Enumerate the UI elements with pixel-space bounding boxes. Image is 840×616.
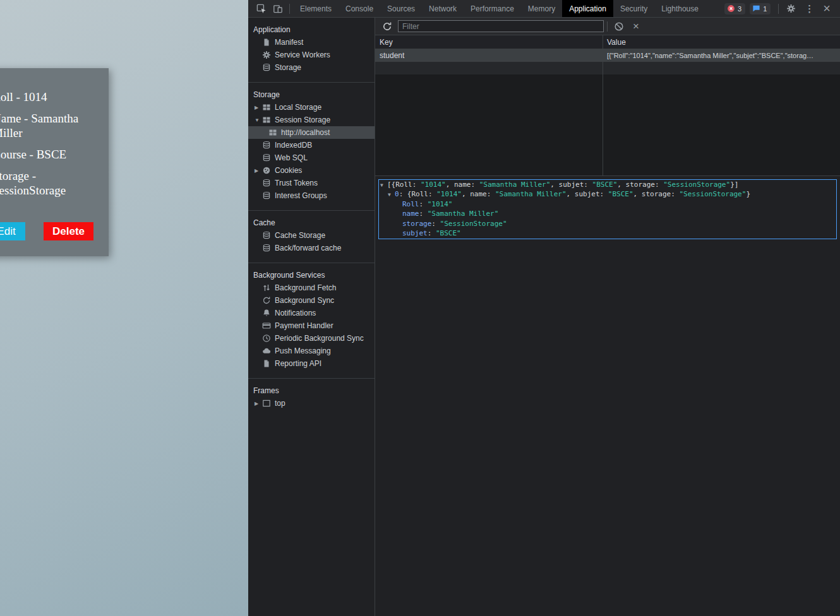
inspect-element-icon[interactable] (256, 4, 267, 14)
preview-tree-line[interactable]: name: "Samantha Miller" (379, 210, 836, 219)
sidebar-item-top[interactable]: ▶top (248, 397, 375, 410)
sidebar-item-manifest[interactable]: Manifest (248, 36, 375, 49)
table-icon (268, 128, 277, 137)
sidebar-section-frames: Frames▶top (248, 379, 375, 418)
preview-tree-line[interactable]: storage: "SessionStorage" (379, 220, 836, 229)
preview-text: , storage: (617, 181, 663, 189)
sidebar-item-back-forward-cache[interactable]: Back/forward cache (248, 242, 375, 254)
tab-memory[interactable]: Memory (521, 0, 562, 17)
sidebar-item-reporting-api[interactable]: Reporting API (248, 357, 375, 370)
sidebar-section-storage: Storage▶Local Storage▼Session Storagehtt… (248, 83, 375, 211)
database-icon (262, 231, 271, 240)
filter-input[interactable] (398, 20, 604, 32)
sidebar-item-cookies[interactable]: ▶Cookies (248, 164, 375, 177)
tab-performance[interactable]: Performance (464, 0, 521, 17)
student-card: Roll - 1014Name - Samantha MillerCourse … (0, 68, 109, 256)
sidebar-item-trust-tokens[interactable]: Trust Tokens (248, 177, 375, 189)
property-key: 0 (395, 190, 399, 198)
cloud-icon (262, 346, 271, 355)
column-header-value[interactable]: Value (603, 38, 840, 47)
issues-badge[interactable]: 1 (750, 3, 771, 15)
sidebar-item-cache-storage[interactable]: Cache Storage (248, 229, 375, 242)
property-value: "SessionStorage" (679, 190, 746, 198)
table-icon (262, 116, 271, 124)
triangle-right-icon[interactable]: ▶ (255, 168, 262, 174)
issue-count: 1 (763, 5, 767, 13)
sidebar-section-background-services: Background ServicesBackground FetchBackg… (248, 263, 375, 379)
tab-elements[interactable]: Elements (293, 0, 339, 17)
student-field: Roll - 1014 (0, 90, 101, 104)
settings-gear-icon[interactable] (786, 4, 796, 13)
column-header-key[interactable]: Key (375, 38, 603, 47)
sidebar-item-storage[interactable]: Storage (248, 61, 375, 74)
preview-tree-line[interactable]: ▼[{Roll: "1014", name: "Samantha Miller"… (379, 181, 836, 190)
preview-text: : (419, 210, 428, 218)
screen: Roll - 1014Name - Samantha MillerCourse … (0, 0, 840, 616)
property-value: "Samantha Miller" (495, 190, 567, 198)
sidebar-item-session-storage[interactable]: ▼Session Storage (248, 114, 375, 126)
property-value: "BSCE" (592, 181, 618, 189)
sidebar-section-cache: CacheCache StorageBack/forward cache (248, 211, 375, 263)
sidebar-item-background-sync[interactable]: Background Sync (248, 294, 375, 307)
storage-table: Key Value student[{"Roll":"1014","name":… (375, 35, 840, 175)
column-divider[interactable] (603, 35, 603, 175)
sidebar-item-periodic-background-sync[interactable]: Periodic Background Sync (248, 332, 375, 345)
webpage-background: Roll - 1014Name - Samantha MillerCourse … (0, 0, 248, 616)
clear-all-icon[interactable] (614, 21, 624, 32)
property-value: "Samantha Miller" (428, 210, 499, 218)
sidebar-item-service-workers[interactable]: Service Workers (248, 49, 375, 61)
tab-application[interactable]: Application (562, 0, 613, 17)
triangle-down-icon[interactable]: ▼ (255, 117, 262, 123)
tab-sources[interactable]: Sources (380, 0, 422, 17)
preview-text: , subjet: (567, 190, 608, 198)
database-icon (262, 153, 271, 162)
preview-pane[interactable]: ▼[{Roll: "1014", name: "Samantha Miller"… (378, 179, 837, 239)
devtools-tabbar-right: 3 1 ⋮ × (724, 1, 840, 16)
tab-network[interactable]: Network (422, 0, 464, 17)
close-icon[interactable]: × (823, 1, 831, 16)
tab-console[interactable]: Console (339, 0, 380, 17)
device-toolbar-icon[interactable] (273, 4, 283, 14)
triangle-right-icon[interactable]: ▶ (255, 105, 262, 110)
preview-text: , name: (446, 181, 479, 189)
sidebar-item-label: top (275, 399, 285, 408)
table-header: Key Value (375, 35, 840, 49)
tab-security[interactable]: Security (613, 0, 654, 17)
triangle-right-icon[interactable]: ▶ (255, 401, 262, 406)
sidebar-item-label: Back/forward cache (275, 244, 341, 252)
table-row[interactable]: student[{"Roll":"1014","name":"Samantha … (375, 49, 840, 62)
sidebar-item-label: Manifest (275, 38, 303, 47)
sidebar-item-http-localhost[interactable]: http://localhost (248, 126, 375, 139)
refresh-icon[interactable] (382, 21, 392, 32)
property-value: "1014" (436, 190, 462, 198)
sidebar-item-label: Notifications (275, 309, 316, 317)
sidebar-item-payment-handler[interactable]: Payment Handler (248, 319, 375, 332)
preview-tree-line[interactable]: subjet: "BSCE" (379, 229, 836, 239)
delete-button[interactable]: Delete (44, 222, 93, 240)
tab-lighthouse[interactable]: Lighthouse (654, 0, 705, 17)
sidebar-item-web-sql[interactable]: Web SQL (248, 151, 375, 164)
sidebar-item-local-storage[interactable]: ▶Local Storage (248, 101, 375, 114)
preview-tree-line[interactable]: Roll: "1014" (379, 200, 836, 210)
edit-button[interactable]: Edit (0, 222, 25, 240)
sidebar-item-push-messaging[interactable]: Push Messaging (248, 345, 375, 357)
property-value: "BSCE" (608, 190, 633, 198)
sidebar-item-background-fetch[interactable]: Background Fetch (248, 281, 375, 294)
database-icon (262, 244, 271, 252)
error-badge[interactable]: 3 (724, 3, 745, 15)
delete-selected-icon[interactable]: × (633, 20, 639, 33)
preview-tree-line[interactable]: ▼0: {Roll: "1014", name: "Samantha Mille… (379, 190, 836, 199)
sidebar-item-notifications[interactable]: Notifications (248, 307, 375, 319)
property-value: "SessionStorage" (440, 220, 507, 228)
sidebar-item-label: Background Fetch (275, 283, 336, 292)
toolbar-separator (289, 4, 290, 14)
sidebar-item-interest-groups[interactable]: Interest Groups (248, 189, 375, 202)
clock-icon (262, 334, 271, 343)
sidebar-item-indexeddb[interactable]: IndexedDB (248, 139, 375, 151)
gear-icon (262, 50, 271, 59)
payment-card-icon (262, 321, 271, 330)
triangle-down-icon[interactable]: ▼ (388, 192, 395, 198)
more-menu-icon[interactable]: ⋮ (805, 3, 814, 15)
triangle-down-icon[interactable]: ▼ (380, 182, 387, 188)
sidebar-section-application: ApplicationManifestService WorkersStorag… (248, 18, 375, 83)
